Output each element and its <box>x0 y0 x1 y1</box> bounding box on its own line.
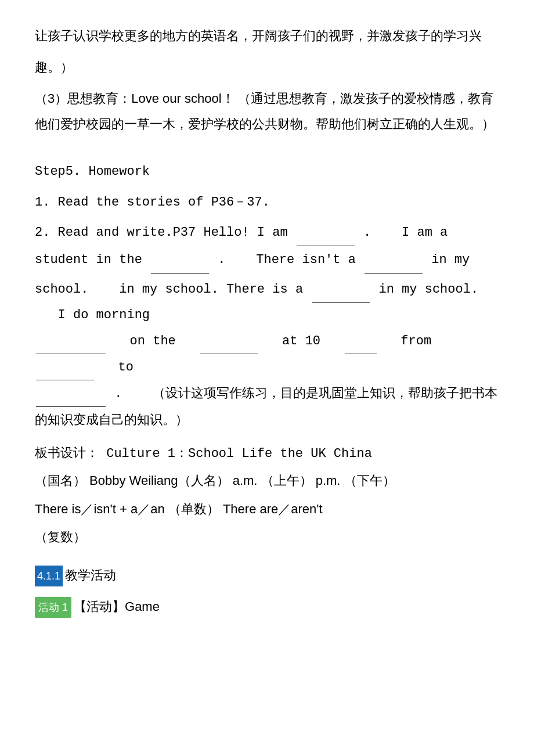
blank-6 <box>200 328 258 354</box>
blank-9 <box>36 381 106 407</box>
blank-5 <box>36 328 106 354</box>
bangshu-label: 板书设计： <box>35 445 99 460</box>
activity-text: 【活动】Game <box>74 599 160 614</box>
section-411-text: 教学活动 <box>65 568 116 582</box>
bangshu-section: 板书设计： Culture 1：School Life the UK China… <box>35 440 499 552</box>
blank-7 <box>345 328 377 354</box>
hw2-cont-1: school. in my school. There is a in my s… <box>35 276 499 328</box>
thought-edu-text: （3）思想教育：Love our school！ （通过思想教育，激发孩子的爱校… <box>35 91 495 131</box>
activity-1: 活动 1【活动】Game <box>35 595 499 619</box>
hw2-cont-3: . （设计这项写作练习，目的是巩固堂上知识，帮助孩子把书本的知识变成自己的知识。… <box>35 380 499 434</box>
step5-label: Step5. Homework <box>35 160 499 183</box>
thought-edu-para: （3）思想教育：Love our school！ （通过思想教育，激发孩子的爱校… <box>35 86 499 137</box>
bangshu-row1-text: Culture 1：School Life the UK China <box>106 447 372 461</box>
intro-text-2: 趣。） <box>35 60 73 74</box>
hw2-dot: . <box>363 225 371 240</box>
blank-2 <box>151 246 209 273</box>
homework-item-2: 2. Read and write.P37 Hello! I am . I am… <box>35 219 499 273</box>
blank-4 <box>312 276 370 303</box>
tag-huodong: 活动 1 <box>35 597 71 618</box>
bangshu-row4-text: （复数） <box>35 530 86 544</box>
bangshu-row3: There is／isn't + a／an （单数） There are／are… <box>35 496 499 524</box>
hw2-start: 2. Read and write.P37 Hello! I am <box>35 225 288 240</box>
bangshu-row4: （复数） <box>35 524 499 552</box>
bangshu-row2: （国名） Bobby Weiliang（人名） a.m. （上午） p.m. （… <box>35 467 499 495</box>
blank-8 <box>36 354 94 380</box>
blank-3 <box>365 246 423 273</box>
hw2-cont-2: on the at 10 from to <box>35 328 499 380</box>
homework-item-1: 1. Read the stories of P36－37. <box>35 189 499 216</box>
intro-para-2: 趣。） <box>35 55 499 80</box>
intro-para-1: 让孩子认识学校更多的地方的英语名，开阔孩子们的视野，并激发孩子的学习兴 <box>35 23 499 49</box>
intro-text-1: 让孩子认识学校更多的地方的英语名，开阔孩子们的视野，并激发孩子的学习兴 <box>35 28 482 43</box>
hw2-in-my-school: in my <box>431 253 470 267</box>
hw2-part3: There isn't a <box>256 253 356 267</box>
bangshu-row2-text: （国名） Bobby Weiliang（人名） a.m. （上午） p.m. （… <box>35 473 395 488</box>
main-content: 让孩子认识学校更多的地方的英语名，开阔孩子们的视野，并激发孩子的学习兴 趣。） … <box>35 23 499 619</box>
section-411: 4.1.1教学活动 <box>35 563 499 588</box>
bangshu-row3-text: There is／isn't + a／an （单数） There are／are… <box>35 502 323 516</box>
hw2-period: . <box>218 253 225 267</box>
hw2-part4: in my school. There is a <box>119 282 303 297</box>
blank-1 <box>297 219 355 246</box>
tag-411: 4.1.1 <box>35 566 63 586</box>
bangshu-row1: 板书设计： Culture 1：School Life the UK China <box>35 440 499 467</box>
